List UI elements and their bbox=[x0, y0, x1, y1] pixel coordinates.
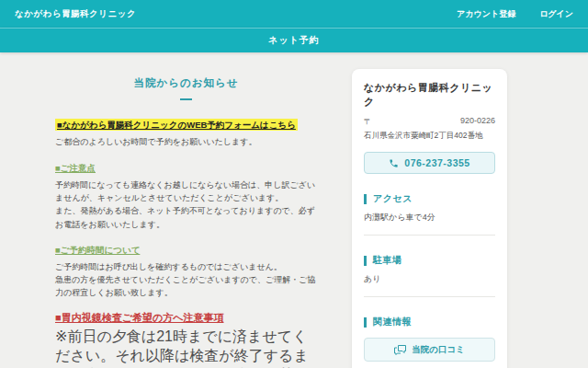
login-link[interactable]: ログイン bbox=[539, 8, 573, 20]
postal-mark: 〒 bbox=[364, 116, 372, 128]
tab-net-reservation[interactable]: ネット予約 bbox=[268, 34, 320, 47]
parking-value: あり bbox=[364, 273, 495, 285]
phone-number: 076-237-3355 bbox=[404, 157, 469, 168]
endoscopy-section: ■胃内視鏡検査ご希望の方へ注意事項 ※前日の夕食は21時までに済ませてください。… bbox=[55, 311, 317, 368]
clinic-reviews-button[interactable]: 当院の口コミ bbox=[364, 338, 495, 362]
account-register-link[interactable]: アカウント登録 bbox=[457, 8, 515, 20]
web-form-note: ご都合のよろしいお時間で予約をお願いいたします。 bbox=[55, 136, 317, 149]
clinic-address: 石川県金沢市粟崎町2丁目402番地 bbox=[364, 131, 495, 142]
access-value: 内灘駅から車で4分 bbox=[364, 212, 495, 224]
postal-code: 920-0226 bbox=[460, 116, 495, 128]
heading-accent-bar bbox=[364, 256, 367, 266]
sub-nav-bar: ネット予約 bbox=[0, 28, 588, 52]
phone-icon bbox=[389, 158, 399, 168]
caution-paragraph: 予約時間になっても連絡なくお越しにならない場合は、申し訳ございませんが、キャンセ… bbox=[55, 178, 317, 204]
endoscopy-heading: ■胃内視鏡検査ご希望の方へ注意事項 bbox=[55, 311, 317, 325]
top-bar: なかがわら胃腸科クリニック アカウント登録 ログイン bbox=[0, 0, 588, 28]
reservation-time-section: ■ご予約時間について ご予約時間はお呼び出しを確約するものではございません。 急… bbox=[55, 245, 317, 299]
reservation-time-heading: ■ご予約時間について bbox=[55, 245, 317, 257]
clinic-info-sidebar: なかがわら胃腸科クリニック 〒 920-0226 石川県金沢市粟崎町2丁目402… bbox=[352, 69, 507, 368]
caution-paragraph: また、発熱がある場合、ネット予約不可となっておりますので、必ずお電話をお願いいた… bbox=[55, 204, 317, 230]
app-header: なかがわら胃腸科クリニック アカウント登録 ログイン ネット予約 bbox=[0, 0, 588, 52]
caution-heading: ■ご注意点 bbox=[55, 163, 317, 175]
reservation-time-paragraph: 急患の方を優先させていただくことがございますので、ご理解・ご協力の程宜しくお願い… bbox=[55, 273, 317, 299]
caution-section: ■ご注意点 予約時間になっても連絡なくお越しにならない場合は、申し訳ございません… bbox=[55, 163, 317, 231]
clinic-card: なかがわら胃腸科クリニック 〒 920-0226 石川県金沢市粟崎町2丁目402… bbox=[352, 69, 507, 368]
heading-accent-bar bbox=[364, 194, 367, 204]
chat-bubbles-icon bbox=[394, 345, 406, 355]
access-heading: アクセス bbox=[364, 192, 495, 205]
header-clinic-name[interactable]: なかがわら胃腸科クリニック bbox=[15, 8, 136, 20]
phone-call-button[interactable]: 076-237-3355 bbox=[364, 152, 495, 174]
title-accent-dash bbox=[180, 98, 192, 100]
parking-heading: 駐車場 bbox=[364, 254, 495, 267]
card-divider bbox=[364, 235, 495, 236]
web-reservation-form-link[interactable]: ■なかがわら胃腸科クリニックのWEB予約フォームはこちら bbox=[55, 119, 298, 131]
postal-row: 〒 920-0226 bbox=[364, 116, 495, 128]
clinic-card-name: なかがわら胃腸科クリニック bbox=[364, 81, 495, 109]
related-info-heading: 関連情報 bbox=[364, 316, 495, 328]
notice-title: 当院からのお知らせ bbox=[55, 76, 317, 90]
header-actions: アカウント登録 ログイン bbox=[457, 8, 573, 20]
reviews-button-label: 当院の口コミ bbox=[412, 344, 465, 356]
heading-accent-bar bbox=[364, 317, 367, 328]
notice-section: 当院からのお知らせ ■なかがわら胃腸科クリニックのWEB予約フォームはこちら ご… bbox=[55, 52, 317, 368]
card-divider bbox=[364, 296, 495, 297]
reservation-time-paragraph: ご予約時間はお呼び出しを確約するものではございません。 bbox=[55, 260, 317, 273]
main-content: 当院からのお知らせ ■なかがわら胃腸科クリニックのWEB予約フォームはこちら ご… bbox=[55, 52, 507, 368]
endoscopy-note: ※前日の夕食は21時までに済ませてください。それ以降は検査が終了するまで食事は控… bbox=[55, 328, 317, 368]
